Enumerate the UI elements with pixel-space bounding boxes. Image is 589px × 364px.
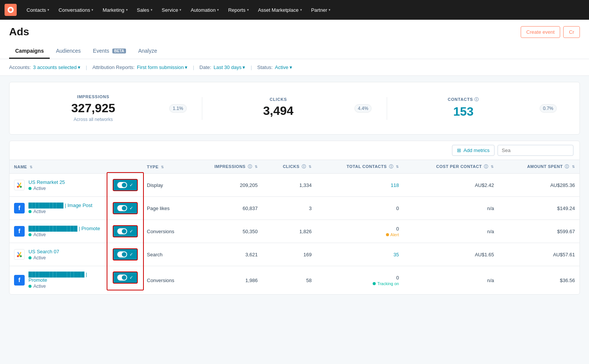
status-label: Active — [33, 232, 46, 237]
tab-audiences[interactable]: Audiences — [50, 44, 87, 59]
contacts-badge: 0.7% — [540, 104, 557, 113]
create-event-button[interactable]: Create event — [521, 26, 560, 38]
clicks-value: 3,494 — [210, 104, 347, 118]
sort-icon[interactable]: ⇅ — [30, 165, 33, 169]
campaign-toggle-button[interactable]: ✓ — [113, 271, 138, 284]
attribution-filter-value[interactable]: First form submission ▾ — [137, 64, 188, 70]
campaign-name-cell: f ████████████████ | Promote Active — [9, 266, 108, 295]
info-icon[interactable]: ⓘ — [389, 164, 394, 169]
nav-reports[interactable]: Reports ▾ — [224, 5, 253, 15]
campaign-name-cell: US Remarket 25 Active — [9, 174, 108, 197]
active-status-dot — [28, 256, 31, 259]
table-header-row: NAME ⇅ TYPE ⇅ IMPRESSIONS ⓘ ⇅ CLICKS — [9, 160, 580, 174]
campaign-clicks-cell: 58 — [262, 266, 316, 295]
campaign-name-link[interactable]: US Remarket 25 — [28, 179, 65, 185]
sort-icon[interactable]: ⇅ — [309, 165, 312, 169]
tab-campaigns[interactable]: Campaigns — [9, 44, 50, 59]
status-filter-label: Status: — [257, 64, 272, 70]
info-icon[interactable]: ⓘ — [302, 164, 306, 169]
filter-separator2: | — [193, 64, 194, 70]
nav-partner[interactable]: Partner ▾ — [307, 5, 335, 15]
info-icon[interactable]: ⓘ — [565, 164, 569, 169]
status-label: Active — [33, 186, 46, 191]
chevron-down-icon: ▾ — [126, 8, 128, 12]
campaign-type-cell: Page likes — [142, 197, 188, 220]
campaign-toggle-button[interactable]: ✓ — [113, 248, 138, 260]
contacts-value: 153 — [395, 105, 532, 119]
campaign-cpc-cell: n/a — [403, 266, 499, 295]
active-status-dot — [28, 187, 31, 190]
nav-contacts[interactable]: Contacts ▾ — [23, 5, 53, 15]
sort-icon[interactable]: ⇅ — [572, 165, 575, 169]
campaign-toggle-cell: ✓ — [108, 174, 142, 196]
campaign-toggle-button[interactable]: ✓ — [113, 179, 138, 191]
campaign-impressions-cell: 50,350 — [188, 220, 262, 243]
hubspot-logo[interactable] — [5, 4, 17, 16]
page-title: Ads — [9, 26, 29, 38]
campaigns-table: NAME ⇅ TYPE ⇅ IMPRESSIONS ⓘ ⇅ CLICKS — [9, 160, 580, 294]
search-input[interactable] — [498, 145, 573, 156]
nav-conversations[interactable]: Conversations ▾ — [55, 5, 97, 15]
campaign-name-cell: f ██████████ | Image Post Active — [9, 197, 108, 220]
chevron-down-icon: ▾ — [91, 8, 93, 12]
nav-automation[interactable]: Automation ▾ — [187, 5, 223, 15]
campaign-name-link[interactable]: ██████████████ | Promote — [28, 226, 100, 231]
chevron-down-icon: ▾ — [180, 8, 181, 12]
toggle-check-icon: ✓ — [129, 182, 133, 188]
nav-marketing[interactable]: Marketing ▾ — [99, 5, 131, 15]
col-header-name: NAME ⇅ — [9, 160, 108, 174]
campaign-spent-cell: $599.67 — [499, 220, 580, 243]
toggle-check-icon: ✓ — [129, 206, 133, 211]
campaign-type-cell: Conversions — [142, 266, 188, 295]
impressions-badge: 1.1% — [169, 104, 186, 113]
toggle-check-icon: ✓ — [129, 275, 133, 280]
toggle-track — [117, 275, 127, 281]
tab-analyze[interactable]: Analyze — [132, 44, 163, 59]
sort-icon[interactable]: ⇅ — [161, 165, 164, 169]
toggle-track — [117, 182, 127, 188]
date-filter-value[interactable]: Last 30 days ▾ — [214, 64, 246, 70]
add-metrics-button[interactable]: ⊞ Add metrics — [452, 145, 495, 156]
chevron-down-icon: ▾ — [185, 64, 187, 70]
filter-separator3: | — [250, 64, 252, 70]
status-label: Active — [33, 255, 46, 260]
accounts-filter-value[interactable]: 3 accounts selected ▾ — [33, 64, 80, 70]
campaigns-table-section: ⊞ Add metrics NAME ⇅ TYPE ⇅ IM — [9, 141, 580, 295]
beta-badge: BETA — [112, 49, 126, 53]
campaign-toggle-cell: ✓ — [108, 266, 142, 289]
active-status-dot — [28, 285, 31, 288]
sort-icon[interactable]: ⇅ — [491, 165, 494, 169]
nav-service[interactable]: Service ▾ — [158, 5, 185, 15]
nav-asset-marketplace[interactable]: Asset Marketplace ▾ — [254, 5, 306, 15]
campaign-toggle-cell: ✓ — [108, 243, 142, 266]
campaign-toggle-button[interactable]: ✓ — [113, 202, 138, 214]
col-header-toggle — [108, 160, 142, 174]
tab-events[interactable]: Events BETA — [87, 44, 132, 59]
info-icon[interactable]: ⓘ — [484, 164, 488, 169]
svg-point-7 — [18, 254, 20, 256]
campaign-spent-cell: AU$285.36 — [499, 174, 580, 197]
campaign-impressions-cell: 60,837 — [188, 197, 262, 220]
stats-card: IMPRESSIONS 327,925 Across all networks … — [9, 82, 580, 135]
nav-sales[interactable]: Sales ▾ — [133, 5, 157, 15]
info-icon[interactable]: ⓘ — [248, 164, 252, 169]
campaign-name-link[interactable]: US Search 07 — [28, 249, 59, 254]
sort-icon[interactable]: ⇅ — [255, 165, 258, 169]
campaign-name-link[interactable]: ██████████ | Image Post — [28, 202, 92, 208]
campaign-name-link[interactable]: ████████████████ | Promote — [28, 271, 104, 283]
campaign-contacts-cell: 0 Tracking on — [316, 266, 403, 295]
sort-icon[interactable]: ⇅ — [396, 165, 399, 169]
campaign-status: Active — [28, 186, 65, 191]
create-button[interactable]: Cr — [563, 26, 580, 38]
status-filter-value[interactable]: Active ▾ — [275, 64, 292, 70]
info-icon[interactable]: ⓘ — [474, 97, 479, 102]
plus-icon: ⊞ — [457, 147, 461, 153]
chevron-down-icon: ▾ — [78, 64, 80, 70]
campaign-name-cell: f ██████████████ | Promote Active — [9, 220, 108, 243]
campaign-toggle-button[interactable]: ✓ — [113, 225, 138, 237]
campaign-clicks-cell: 1,334 — [262, 174, 316, 197]
clicks-badge: 4.4% — [354, 104, 372, 113]
table-row: US Remarket 25 Active ✓ Display 209,205 … — [9, 174, 580, 197]
accounts-filter-label: Accounts: — [9, 64, 31, 70]
table-row: f ██████████████ | Promote Active ✓ Conv… — [9, 220, 580, 243]
